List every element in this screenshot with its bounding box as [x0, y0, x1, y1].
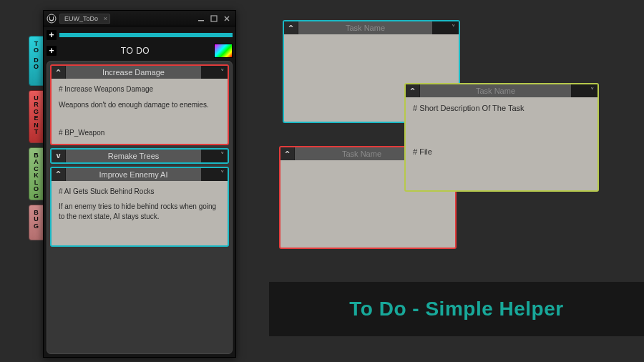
add-category-button[interactable]: +: [47, 30, 57, 40]
task-name-placeholder[interactable]: Task Name: [298, 21, 433, 34]
task-card: ^Improve Ennemy AI˅# AI Gets Stuck Behin…: [50, 167, 229, 248]
add-task-button[interactable]: +: [47, 46, 57, 56]
task-name[interactable]: Improve Ennemy AI: [66, 168, 202, 181]
chevron-down-icon[interactable]: v: [52, 150, 66, 162]
task-menu-dropdown[interactable]: ˅: [202, 150, 228, 162]
svg-rect-1: [198, 20, 204, 21]
task-menu-dropdown[interactable]: ˅: [202, 66, 228, 79]
caption-text: To Do - Simple Helper: [349, 298, 563, 321]
task-card: vRemake Trees˅: [50, 148, 229, 164]
task-description: # Short Description Of The Task: [413, 103, 590, 114]
maximize-button[interactable]: [208, 14, 220, 24]
task-text: Weapons don't do enough damage to enemie…: [59, 100, 220, 110]
task-menu-dropdown[interactable]: ˅: [202, 168, 228, 181]
minimize-button[interactable]: [195, 14, 207, 24]
task-heading: # Increase Weapons Damage: [59, 84, 220, 94]
task-file: # File: [413, 147, 590, 157]
titlebar[interactable]: EUW_ToDo ×: [44, 11, 235, 26]
close-tab-icon[interactable]: ×: [104, 15, 107, 22]
caption-banner: To Do - Simple Helper: [269, 282, 644, 336]
chevron-up-icon[interactable]: ^: [280, 147, 295, 160]
section-title: TO DO: [59, 46, 211, 56]
chevron-up-icon[interactable]: ^: [52, 66, 66, 79]
task-file: # BP_Weapon: [59, 128, 220, 138]
svg-point-0: [47, 14, 56, 23]
task-menu-dropdown[interactable]: ˅: [572, 84, 597, 97]
task-name[interactable]: Remake Trees: [66, 150, 202, 162]
svg-rect-2: [211, 16, 217, 21]
task-menu-dropdown[interactable]: ˅: [433, 21, 459, 34]
window-tab-label: EUW_ToDo: [64, 15, 98, 22]
task-body[interactable]: # Increase Weapons DamageWeapons don't d…: [52, 79, 228, 144]
category-color-bar: [59, 33, 233, 37]
category-tabs: TODO URGENT BACKLOG BUG: [29, 36, 43, 245]
unreal-logo-icon: [47, 14, 57, 24]
example-card-yellow: ^ Task Name ˅ # Short Description Of The…: [404, 83, 599, 192]
task-card: ^Increase Damage˅# Increase Weapons Dama…: [50, 64, 229, 145]
tab-backlog[interactable]: BACKLOG: [29, 147, 43, 200]
tab-todo[interactable]: TODO: [29, 36, 43, 86]
chevron-up-icon[interactable]: ^: [284, 21, 298, 34]
task-name[interactable]: Increase Damage: [66, 66, 202, 79]
chevron-up-icon[interactable]: ^: [52, 168, 66, 181]
window-tab[interactable]: EUW_ToDo ×: [59, 14, 110, 24]
task-name-placeholder[interactable]: Task Name: [420, 84, 572, 97]
close-button[interactable]: [221, 14, 233, 24]
task-body[interactable]: # AI Gets Stuck Behind RocksIf an enemy …: [52, 181, 228, 246]
task-list: ^Increase Damage˅# Increase Weapons Dama…: [47, 61, 233, 354]
task-text: If an enemy tries to hide behind rocks w…: [59, 202, 220, 221]
tab-urgent[interactable]: URGENT: [29, 90, 43, 143]
color-picker[interactable]: [214, 44, 233, 58]
tab-bug[interactable]: BUG: [29, 205, 43, 240]
chevron-up-icon[interactable]: ^: [406, 84, 420, 97]
todo-window: EUW_ToDo × + + TO DO ^Increase Damage˅# …: [43, 10, 236, 358]
task-heading: # AI Gets Stuck Behind Rocks: [59, 187, 220, 197]
